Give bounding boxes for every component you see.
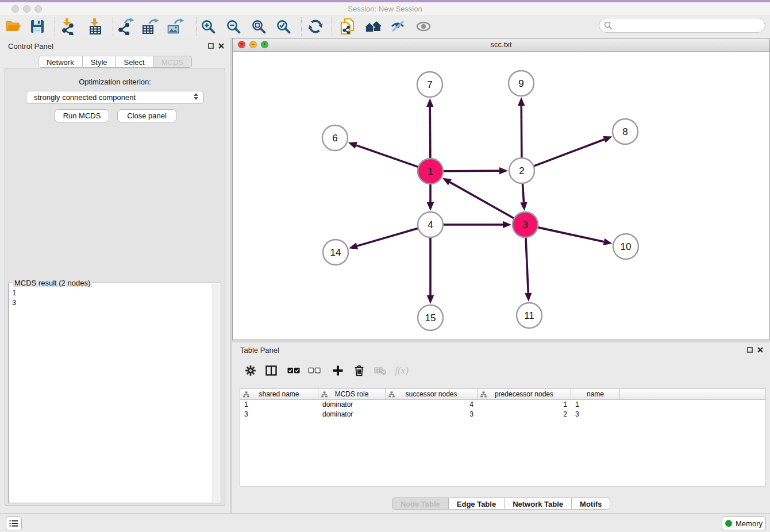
edge-3-11[interactable] [526,238,528,293]
close-panel-icon[interactable] [218,43,224,49]
edge-4-14[interactable] [357,228,417,246]
fx-label: f(x) [395,365,409,376]
select-all-icon[interactable] [286,363,301,378]
show-graphics-details-icon[interactable] [388,17,407,36]
edge-3-1[interactable] [450,182,514,218]
column-header-name[interactable]: name [571,389,620,399]
import-table-icon[interactable] [85,17,105,36]
graph-node-label-14: 14 [330,247,341,258]
graph-node-label-7: 7 [427,79,432,90]
control-panel: Control Panel NetworkStyleSelectMCDS Opt… [0,38,230,513]
edge-1-6[interactable] [356,145,418,167]
add-row-icon[interactable] [330,363,345,378]
tab-motifs[interactable]: Motifs [572,498,610,510]
zoom-selected-icon[interactable] [274,17,293,36]
function-builder-icon[interactable]: f(x) [394,363,409,378]
tab-network[interactable]: Network [38,56,83,68]
tab-edge-table[interactable]: Edge Table [449,498,505,510]
graph-node-label-8: 8 [622,126,627,137]
float-table-panel-icon[interactable] [746,346,753,353]
table-cell[interactable]: 3 [386,410,478,419]
mcds-result-item: 1 [12,288,209,298]
network-merge-icon[interactable] [338,17,357,36]
column-layout-icon[interactable] [264,363,279,378]
tab-select[interactable]: Select [116,56,153,68]
edge-2-3[interactable] [522,184,523,202]
table-cell[interactable]: 3 [571,410,620,419]
table-cell[interactable]: 1 [571,400,620,410]
table-cell[interactable]: dominator [318,400,386,410]
close-table-panel-icon[interactable] [757,346,763,353]
table-cell[interactable]: 4 [386,400,478,410]
save-session-icon[interactable] [28,17,47,36]
graph-node-label-6: 6 [332,133,337,144]
edge-3-10[interactable] [538,228,603,242]
zoom-out-icon[interactable] [224,17,243,36]
list-icon [9,519,18,527]
edge-2-8[interactable] [534,140,605,166]
optimization-criterion-select[interactable]: strongly connected component [26,91,204,104]
table-cell[interactable]: dominator [318,410,386,419]
network-canvas[interactable]: 7968124314101511 [233,51,769,340]
table-row-1[interactable]: 3dominator323 [240,410,765,419]
graph-node-label-11: 11 [524,310,534,321]
run-mcds-button[interactable]: Run MCDS [55,109,109,122]
home-icon[interactable] [363,17,383,36]
table-toolbar: f(x) [232,358,770,383]
search-input[interactable] [615,21,760,30]
table-cell[interactable]: 2 [478,410,571,419]
network-view-window: × − + scc.txt 7968124314101511 [232,38,770,340]
export-table-icon[interactable] [141,17,160,36]
result-scrollbar[interactable] [212,284,220,502]
tab-node-table[interactable]: Node Table [392,498,449,510]
edge-arrow-3-11 [525,293,532,302]
edge-arrow-4-15 [427,295,434,304]
column-header-predecessor-nodes[interactable]: predecessor nodes [478,389,571,399]
select-chevrons-icon [194,93,198,100]
memory-button[interactable]: Memory [722,516,766,530]
mcds-result-list[interactable]: 13 [9,284,213,503]
edge-arrow-3-10 [603,238,613,245]
column-header-MCDS-role[interactable]: MCDS role [318,389,386,399]
optimization-criterion-value: strongly connected component [34,93,136,102]
table-header-row: shared nameMCDS rolesuccessor nodesprede… [240,389,765,400]
open-session-icon[interactable] [3,17,23,36]
edge-2-9[interactable] [521,106,522,157]
delete-row-icon[interactable] [352,363,367,378]
tab-style[interactable]: Style [83,56,116,68]
table-tabs: Node TableEdge TableNetwork TableMotifs [232,498,770,510]
edge-arrow-4-3 [503,221,511,228]
column-header-shared-name[interactable]: shared name [240,389,318,399]
table-row-0[interactable]: 1dominator411 [240,400,765,410]
table-cell[interactable]: 3 [240,410,318,419]
table-cell[interactable]: 1 [240,400,318,410]
control-panel-header: Control Panel [0,38,230,54]
export-image-icon[interactable] [166,17,186,36]
table-body: 1dominator4113dominator323 [240,400,765,419]
task-history-button[interactable] [6,516,22,530]
memory-status-icon [725,520,732,527]
hide-graphics-details-icon[interactable] [414,17,433,36]
import-network-icon[interactable] [57,17,77,36]
close-panel-button[interactable]: Close panel [117,109,176,122]
node-table: shared nameMCDS rolesuccessor nodesprede… [240,388,766,487]
search-box[interactable] [599,18,765,33]
float-panel-icon[interactable] [207,43,214,49]
unselect-all-icon[interactable] [307,363,322,378]
application-window: Session: New Session [0,0,770,532]
column-settings-icon[interactable] [243,363,258,378]
tab-network-table[interactable]: Network Table [505,498,572,510]
export-network-icon[interactable] [116,17,136,36]
zoom-fit-icon[interactable] [249,17,268,36]
edge-1-7[interactable] [430,107,430,158]
apply-layout-icon[interactable] [306,17,325,36]
table-cell[interactable]: 1 [478,400,571,410]
network-window-titlebar[interactable]: × − + scc.txt [233,38,769,52]
column-header-successor-nodes[interactable]: successor nodes [386,389,478,399]
delete-table-icon[interactable] [373,363,388,378]
tab-mcds[interactable]: MCDS [153,56,192,68]
zoom-in-icon[interactable] [198,17,218,36]
graph-node-label-15: 15 [425,313,436,323]
edge-1-2[interactable] [444,171,499,171]
status-bar: Memory [0,513,770,532]
